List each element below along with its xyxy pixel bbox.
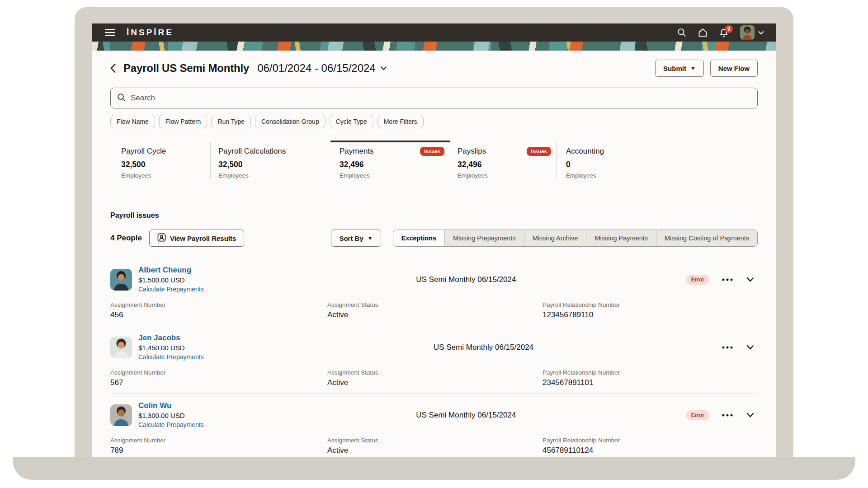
calculate-prepayments-link[interactable]: Calculate Prepayments — [138, 353, 204, 361]
view-payroll-results-label: View Payroll Results — [170, 235, 236, 242]
stats-strip: Payroll Cycle 32,500 Employees Payroll C… — [110, 141, 758, 179]
search-bar — [110, 88, 758, 108]
stat-payroll-cycle[interactable]: Payroll Cycle 32,500 Employees — [121, 141, 210, 179]
filter-chip-consolidation-group[interactable]: Consolidation Group — [255, 115, 326, 128]
issues-badge: Issues — [420, 147, 444, 156]
filter-chip-run-type[interactable]: Run Type — [211, 115, 251, 128]
person-name-link[interactable]: Albert Cheung — [138, 266, 191, 275]
stat-sub: Employees — [340, 172, 444, 179]
filter-chip-more-filters[interactable]: More Filters — [377, 115, 424, 128]
stat-sub: Employees — [121, 172, 205, 179]
assignment-number-value: 567 — [110, 378, 327, 387]
assignment-status-label: Assignment Status — [327, 369, 542, 376]
title-row: Payroll US Semi Monthly 06/01/2024 - 06/… — [110, 60, 758, 77]
stat-sub: Employees — [458, 172, 551, 179]
payroll-relationship-number-label: Payroll Relationship Number — [542, 369, 758, 376]
notification-badge: 9 — [725, 25, 733, 33]
decorative-banner — [92, 42, 776, 51]
filter-chip-flow-name[interactable]: Flow Name — [110, 115, 155, 128]
assignment-number-label: Assignment Number — [110, 437, 327, 444]
stat-sub: Employees — [218, 172, 325, 179]
stat-label: Payroll Calculations — [218, 147, 286, 156]
assignment-status-label: Assignment Status — [327, 437, 542, 444]
payment-amount: $1,300.00 USD — [138, 412, 246, 419]
tab-missing-archive[interactable]: Missing Archive — [524, 230, 587, 246]
filter-chips: Flow Name Flow Pattern Run Type Consolid… — [110, 115, 758, 128]
payroll-relationship-number-label: Payroll Relationship Number — [542, 437, 758, 444]
page-title: Payroll US Semi Monthly — [123, 62, 249, 75]
stat-payslips[interactable]: Payslips Issues 32,496 Employees — [450, 141, 557, 179]
submit-button[interactable]: Submit ▼ — [655, 60, 704, 77]
sort-by-label: Sort By — [339, 235, 363, 242]
bell-icon[interactable]: 9 — [719, 28, 728, 38]
stat-label: Payments — [340, 147, 374, 156]
laptop-base — [13, 457, 855, 480]
toolbar-right: Sort By ▼ Exceptions Missing Prepayments… — [331, 230, 758, 247]
avatar — [740, 25, 755, 40]
calculate-prepayments-link[interactable]: Calculate Prepayments — [138, 286, 204, 293]
tab-exceptions[interactable]: Exceptions — [393, 230, 445, 246]
stat-payroll-calculations[interactable]: Payroll Calculations 32,500 Employees — [210, 141, 330, 179]
table-row: Jen Jacobs $1,450.00 USD Calculate Prepa… — [110, 326, 758, 394]
issue-type-tabs: Exceptions Missing Prepayments Missing A… — [393, 230, 758, 247]
table-row: Colin Wu $1,300.00 USD Calculate Prepaym… — [110, 394, 758, 457]
tab-missing-prepayments[interactable]: Missing Prepayments — [445, 230, 524, 246]
more-actions-button[interactable] — [721, 277, 734, 282]
calculate-prepayments-link[interactable]: Calculate Prepayments — [138, 421, 204, 428]
payroll-relationship-number-value: 123456789110 — [542, 310, 758, 319]
topbar: İNSPİRE 9 — [92, 23, 776, 42]
page-background: İNSPİRE 9 — [0, 0, 868, 488]
date-dropdown-chevron-icon[interactable] — [380, 66, 387, 70]
issues-badge: Issues — [527, 147, 551, 156]
filter-chip-cycle-type[interactable]: Cycle Type — [330, 115, 373, 128]
table-row: Albert Cheung $1,500.00 USD Calculate Pr… — [110, 258, 758, 326]
tab-missing-payments[interactable]: Missing Payments — [586, 230, 656, 246]
expand-chevron-icon[interactable] — [745, 412, 755, 418]
stat-accounting[interactable]: Accounting 0 Employees — [557, 141, 758, 179]
brand-logo: İNSPİRE — [127, 28, 174, 38]
dropdown-triangle-icon: ▼ — [690, 66, 696, 71]
filter-chip-flow-pattern[interactable]: Flow Pattern — [159, 115, 208, 128]
payment-amount: $1,500.00 USD — [138, 276, 246, 284]
assignment-status-label: Assignment Status — [327, 301, 542, 308]
stat-value: 32,500 — [121, 160, 205, 169]
stat-value: 32,496 — [458, 160, 551, 169]
stat-label: Payslips — [458, 147, 486, 156]
stat-value: 32,496 — [340, 160, 444, 169]
person-card-icon — [157, 233, 166, 243]
new-flow-button[interactable]: New Flow — [710, 60, 758, 77]
person-name-link[interactable]: Colin Wu — [138, 401, 171, 410]
search-input[interactable] — [131, 94, 751, 103]
section-title: Payroll issues — [110, 211, 758, 220]
flow-name: US Semi Monthly 06/15/2024 — [246, 411, 686, 420]
view-payroll-results-button[interactable]: View Payroll Results — [149, 230, 244, 247]
app-window: İNSPİRE 9 — [92, 23, 776, 457]
issues-list: Albert Cheung $1,500.00 USD Calculate Pr… — [110, 258, 758, 457]
tab-missing-costing-of-payments[interactable]: Missing Costing of Payments — [656, 230, 757, 246]
stat-sub: Employees — [566, 172, 752, 179]
person-name-link[interactable]: Jen Jacobs — [138, 333, 180, 343]
error-badge: Error — [686, 275, 709, 285]
avatar — [110, 269, 132, 291]
payroll-relationship-number-label: Payroll Relationship Number — [542, 301, 758, 308]
chevron-down-icon — [758, 28, 764, 37]
stat-label: Accounting — [566, 147, 604, 156]
submit-label: Submit — [663, 65, 686, 72]
assignment-status-value: Active — [327, 310, 542, 319]
back-button[interactable] — [110, 63, 116, 73]
dropdown-triangle-icon: ▼ — [368, 235, 373, 241]
expand-chevron-icon[interactable] — [745, 276, 755, 283]
more-actions-button[interactable] — [721, 345, 734, 350]
flow-name: US Semi Monthly 06/15/2024 — [246, 275, 686, 284]
search-icon[interactable] — [677, 28, 686, 37]
user-menu[interactable] — [740, 25, 764, 40]
menu-icon[interactable] — [105, 29, 115, 36]
sort-by-button[interactable]: Sort By ▼ — [331, 230, 381, 247]
assignment-number-value: 789 — [110, 446, 327, 455]
home-icon[interactable] — [698, 28, 708, 37]
stat-label: Payroll Cycle — [121, 147, 166, 156]
more-actions-button[interactable] — [721, 413, 734, 418]
stat-payments[interactable]: Payments Issues 32,496 Employees — [330, 141, 450, 179]
expand-chevron-icon[interactable] — [745, 344, 755, 351]
avatar — [110, 337, 132, 358]
